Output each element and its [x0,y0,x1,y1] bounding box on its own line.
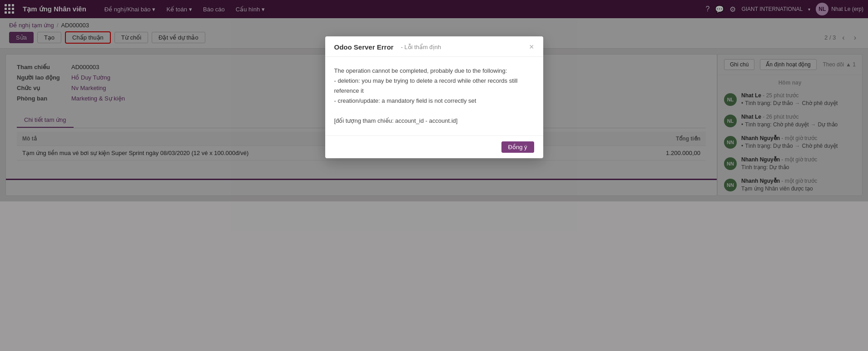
modal-header: Odoo Server Error - Lỗi thẩm định × [325,36,543,57]
modal-body-line: - deletion: you may be trying to delete … [334,76,534,96]
modal-body-line: - creation/update: a mandatory field is … [334,96,534,106]
modal-body-line: The operation cannot be completed, proba… [334,66,534,76]
error-modal: Odoo Server Error - Lỗi thẩm định × The … [325,36,543,158]
modal-footer: Đồng ý [325,135,543,158]
modal-confirm-button[interactable]: Đồng ý [501,141,534,153]
modal-overlay: Odoo Server Error - Lỗi thẩm định × The … [0,0,868,201]
modal-subtitle: - Lỗi thẩm định [401,44,441,50]
modal-body-text: The operation cannot be completed, proba… [334,66,534,126]
modal-body-line: [đối tượng tham chiếu: account_id - acco… [334,116,534,126]
modal-title: Odoo Server Error [334,43,394,51]
modal-body: The operation cannot be completed, proba… [325,57,543,135]
modal-close-button[interactable]: × [529,43,534,51]
